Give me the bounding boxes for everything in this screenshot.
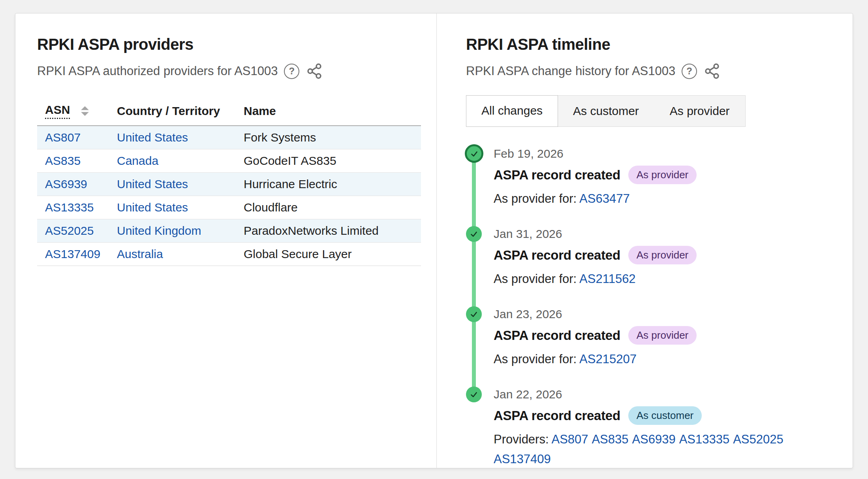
table-row: AS807 United States Fork Systems bbox=[37, 126, 421, 149]
provider-name: GoCodeIT AS835 bbox=[236, 149, 421, 173]
table-row: AS52025 United Kingdom ParadoxNetworks L… bbox=[37, 219, 421, 243]
check-icon bbox=[466, 306, 482, 322]
tab-as-provider[interactable]: As provider bbox=[654, 96, 745, 126]
asn-link[interactable]: AS52025 bbox=[733, 432, 783, 446]
timeline-panel-title: RPKI ASPA timeline bbox=[466, 36, 830, 53]
entry-date: Jan 31, 2026 bbox=[494, 225, 830, 243]
providers-table-header-row: ASN Country / Territory Name bbox=[37, 99, 421, 126]
country-link[interactable]: United States bbox=[117, 131, 188, 144]
providers-panel: RPKI ASPA providers RPKI ASPA authorized… bbox=[15, 13, 436, 468]
providers-panel-subtitle: RPKI ASPA authorized providers for AS100… bbox=[37, 64, 278, 78]
entry-detail-label: As provider for: bbox=[494, 272, 577, 286]
provider-name: Global Secure Layer bbox=[236, 243, 421, 266]
entry-detail-label: As provider for: bbox=[494, 192, 577, 206]
asn-link[interactable]: AS13335 bbox=[45, 201, 94, 214]
entry-date: Jan 22, 2026 bbox=[494, 386, 830, 403]
asn-link[interactable]: AS13335 bbox=[679, 432, 730, 446]
asn-link[interactable]: AS215207 bbox=[579, 352, 637, 366]
status-badge: As provider bbox=[628, 166, 697, 184]
country-link[interactable]: Australia bbox=[117, 247, 163, 260]
timeline-entry: Jan 23, 2026 ASPA record created As prov… bbox=[466, 306, 830, 386]
timeline-filter-tabs: All changes As customer As provider bbox=[466, 95, 746, 127]
sort-icon[interactable] bbox=[80, 106, 90, 117]
share-icon[interactable] bbox=[703, 63, 721, 79]
timeline-panel-subtitle: RPKI ASPA change history for AS1003 bbox=[466, 64, 675, 78]
table-row: AS6939 United States Hurricane Electric bbox=[37, 173, 421, 196]
entry-title: ASPA record created bbox=[494, 248, 620, 263]
country-link[interactable]: United States bbox=[117, 201, 188, 214]
entry-detail: As provider for: AS63477 bbox=[494, 189, 830, 209]
entry-detail-label: Providers: bbox=[494, 432, 549, 446]
entry-date: Jan 23, 2026 bbox=[494, 306, 830, 323]
asn-link[interactable]: AS807 bbox=[45, 131, 81, 144]
asn-link[interactable]: AS807 bbox=[551, 432, 588, 446]
status-badge: As provider bbox=[628, 326, 697, 345]
country-link[interactable]: United Kingdom bbox=[117, 224, 201, 237]
aspa-card: RPKI ASPA providers RPKI ASPA authorized… bbox=[15, 13, 853, 468]
country-link[interactable]: United States bbox=[117, 177, 188, 190]
timeline-entry: Jan 31, 2026 ASPA record created As prov… bbox=[466, 225, 830, 306]
check-icon bbox=[466, 387, 482, 402]
provider-name: Hurricane Electric bbox=[236, 173, 421, 196]
asn-link[interactable]: AS835 bbox=[45, 154, 81, 167]
status-badge: As provider bbox=[628, 246, 697, 264]
column-header-name: Name bbox=[236, 99, 421, 126]
timeline-entry: Feb 19, 2026 ASPA record created As prov… bbox=[466, 145, 830, 225]
check-icon bbox=[466, 226, 482, 242]
status-badge: As customer bbox=[628, 406, 702, 425]
entry-title: ASPA record created bbox=[494, 328, 620, 343]
asn-link[interactable]: AS137409 bbox=[494, 452, 551, 466]
asn-link[interactable]: AS63477 bbox=[579, 192, 630, 206]
timeline-panel-subtitle-row: RPKI ASPA change history for AS1003 ? bbox=[466, 63, 830, 79]
country-link[interactable]: Canada bbox=[117, 154, 158, 167]
asn-link[interactable]: AS137409 bbox=[45, 247, 100, 260]
share-icon[interactable] bbox=[306, 63, 323, 79]
table-row: AS137409 Australia Global Secure Layer bbox=[37, 243, 421, 266]
asn-link[interactable]: AS6939 bbox=[45, 177, 87, 190]
entry-title: ASPA record created bbox=[494, 168, 620, 183]
entry-detail: Providers: AS807 AS835 AS6939 AS13335 AS… bbox=[494, 430, 830, 469]
entry-title: ASPA record created bbox=[494, 408, 620, 423]
asn-link[interactable]: AS835 bbox=[592, 432, 628, 446]
column-header-asn[interactable]: ASN bbox=[37, 99, 109, 126]
providers-panel-title: RPKI ASPA providers bbox=[37, 36, 421, 53]
check-icon bbox=[465, 144, 483, 163]
table-row: AS13335 United States Cloudflare bbox=[37, 196, 421, 219]
timeline: Feb 19, 2026 ASPA record created As prov… bbox=[466, 145, 830, 469]
providers-table: ASN Country / Territory Name AS807 Unite bbox=[37, 99, 421, 266]
entry-detail-label: As provider for: bbox=[494, 352, 577, 366]
asn-link[interactable]: AS211562 bbox=[579, 272, 636, 286]
timeline-panel: RPKI ASPA timeline RPKI ASPA change hist… bbox=[437, 13, 853, 468]
timeline-entry: Jan 22, 2026 ASPA record created As cust… bbox=[466, 386, 830, 469]
provider-name: ParadoxNetworks Limited bbox=[236, 219, 421, 243]
help-icon[interactable]: ? bbox=[682, 64, 697, 79]
tab-as-customer[interactable]: As customer bbox=[558, 96, 654, 126]
provider-name: Cloudflare bbox=[236, 196, 421, 219]
entry-date: Feb 19, 2026 bbox=[494, 145, 830, 162]
providers-panel-subtitle-row: RPKI ASPA authorized providers for AS100… bbox=[37, 63, 421, 79]
provider-name: Fork Systems bbox=[236, 126, 421, 149]
entry-detail: As provider for: AS215207 bbox=[494, 349, 830, 369]
entry-detail: As provider for: AS211562 bbox=[494, 269, 830, 289]
column-header-country: Country / Territory bbox=[109, 99, 236, 126]
table-row: AS835 Canada GoCodeIT AS835 bbox=[37, 149, 421, 173]
tab-all-changes[interactable]: All changes bbox=[466, 95, 558, 127]
asn-link[interactable]: AS6939 bbox=[632, 432, 675, 446]
column-header-asn-label[interactable]: ASN bbox=[45, 103, 70, 119]
help-icon[interactable]: ? bbox=[284, 64, 299, 79]
asn-link[interactable]: AS52025 bbox=[45, 224, 94, 237]
